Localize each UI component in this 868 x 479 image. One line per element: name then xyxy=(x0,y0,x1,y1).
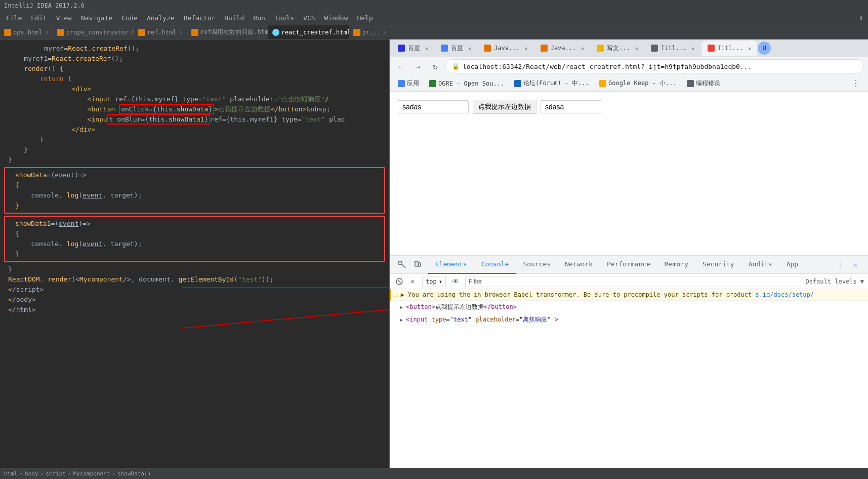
bookmark-forum[interactable]: 论坛(Forum) - 中... xyxy=(510,78,593,89)
devtools-inspect-icon[interactable] xyxy=(396,258,409,271)
menu-run[interactable]: Run xyxy=(249,13,269,23)
close-tab-ref[interactable]: ✕ xyxy=(180,29,183,35)
browser-toolbar: ← → ↻ 🔒 localhost:63342/React/web/react_… xyxy=(390,57,868,76)
devtools-close-icon[interactable]: ✕ xyxy=(849,258,862,271)
tab-props[interactable]: props_construstor.html ✕ xyxy=(53,25,134,39)
devtools-tab-audits[interactable]: Audits xyxy=(741,256,779,274)
devtools-tab-console[interactable]: Console xyxy=(474,256,516,274)
code-line-12: } xyxy=(0,155,389,165)
bookmarks-more[interactable]: ⋮ xyxy=(848,78,864,88)
close-browser-tab-title1[interactable]: ✕ xyxy=(692,46,695,51)
tab-ops[interactable]: ops.html ✕ xyxy=(0,25,53,39)
browser-tab-title2[interactable]: Titl... ✕ xyxy=(701,41,758,56)
devtools-tab-elements[interactable]: Elements xyxy=(428,256,474,274)
context-selector[interactable]: top ▾ xyxy=(422,276,446,287)
menu-tools[interactable]: Tools xyxy=(270,13,298,23)
favicon-baidu2 xyxy=(441,45,448,52)
status-bar: html › body › script › Mycomponent › sho… xyxy=(0,468,868,479)
menu-build[interactable]: Build xyxy=(220,13,248,23)
bookmark-favicon-keep xyxy=(599,80,606,87)
menu-bar: File Edit View Navigate Code Analyze Ref… xyxy=(0,11,868,25)
browser-tab-java2[interactable]: Java... ✕ xyxy=(534,41,591,56)
close-browser-tab-java1[interactable]: ✕ xyxy=(525,46,528,51)
favicon-java1 xyxy=(484,45,491,52)
devtools-tab-network[interactable]: Network xyxy=(558,256,600,274)
back-button[interactable]: ← xyxy=(394,59,408,73)
warning-link[interactable]: s.io/docs/setup/ xyxy=(755,291,814,298)
bookmark-apps[interactable]: 应用 xyxy=(394,78,423,89)
devtools-tab-sources[interactable]: Sources xyxy=(516,256,558,274)
close-tab-pr[interactable]: ✕ xyxy=(384,29,387,35)
close-browser-tab-baidu1[interactable]: ✕ xyxy=(425,46,428,51)
favicon-baidu1 xyxy=(398,45,405,52)
showdata-line-2: { xyxy=(7,180,382,190)
browser-tab-title1[interactable]: Titl... ✕ xyxy=(645,41,701,56)
devtools-tab-app[interactable]: App xyxy=(779,256,805,274)
default-levels-selector[interactable]: Default levels ▼ xyxy=(805,278,864,285)
code-end-3: </script> xyxy=(0,285,389,295)
eye-icon[interactable]: 👁 xyxy=(450,276,461,287)
code-line-9: </div> xyxy=(0,125,389,135)
close-browser-tab-write[interactable]: ✕ xyxy=(635,46,638,51)
filter-input[interactable] xyxy=(465,276,801,287)
profile-avatar[interactable]: U xyxy=(758,42,771,55)
tab-pr[interactable]: pr... ✕ xyxy=(349,25,391,39)
console-dom-input[interactable]: ▶ <input type="text" placeholder="离焦响应" … xyxy=(390,313,868,326)
close-tab-ops[interactable]: ✕ xyxy=(46,29,49,35)
devtools-tab-security[interactable]: Security xyxy=(695,256,741,274)
code-end-4: </body> xyxy=(0,295,389,305)
code-editor: myref=React.createRef(); myref1=React.cr… xyxy=(0,39,390,468)
menu-edit[interactable]: Edit xyxy=(27,13,51,23)
showdata1-line-4: } xyxy=(7,249,382,259)
menu-file[interactable]: File xyxy=(2,13,26,23)
address-bar[interactable]: 🔒 localhost:63342/React/web/react_creatr… xyxy=(445,59,864,73)
console-entry-warning: ⚠ ▶ You are using the in-browser Babel t… xyxy=(390,289,868,301)
menu-help[interactable]: Help xyxy=(353,13,377,23)
tab-ref[interactable]: ref.html ✕ xyxy=(134,25,187,39)
forward-button[interactable]: → xyxy=(411,59,425,73)
status-breadcrumb: html › body › script › Mycomponent › sho… xyxy=(4,470,151,477)
bookmark-code[interactable]: 编程错误 xyxy=(683,78,724,89)
menu-navigate[interactable]: Navigate xyxy=(77,13,117,23)
tab-icon-ref-issue xyxy=(191,29,198,36)
menu-analyze[interactable]: Analyze xyxy=(143,13,179,23)
maximize-icon[interactable]: ⬇ xyxy=(858,13,864,23)
svg-rect-4 xyxy=(399,261,402,264)
code-line-3: render() { xyxy=(0,64,389,74)
menu-window[interactable]: Window xyxy=(320,13,352,23)
menu-code[interactable]: Code xyxy=(118,13,142,23)
devtools-device-icon[interactable] xyxy=(411,258,424,271)
filter-icon[interactable]: ⊘ xyxy=(407,276,418,287)
tab-ref-issue[interactable]: ref调用次数的问题.html ✕ xyxy=(187,25,268,39)
app-title: IntelliJ IDEA 2017.2.6 xyxy=(4,2,85,9)
devtools-tab-memory[interactable]: Memory xyxy=(657,256,695,274)
bookmarks-bar: 应用 OGRE - Open Sou... 论坛(Forum) - 中... G… xyxy=(390,76,868,91)
devtools-more-icon[interactable]: ⋮ xyxy=(834,258,847,271)
warning-icon: ⚠ xyxy=(395,292,399,298)
menu-refactor[interactable]: Refactor xyxy=(180,13,220,23)
browser-tab-java1[interactable]: Java... ✕ xyxy=(478,41,534,56)
bookmark-keep[interactable]: Google Keep - 小... xyxy=(595,78,681,89)
menu-view[interactable]: View xyxy=(52,13,76,23)
tab-icon-react-creatref xyxy=(272,29,279,36)
showdata-line-3: console. log(event. target); xyxy=(7,190,382,201)
demo-button[interactable]: 点我提示左边数据 xyxy=(473,100,536,114)
devtools-tab-performance[interactable]: Performance xyxy=(600,256,657,274)
demo-input-1[interactable] xyxy=(398,100,469,113)
close-browser-tab-baidu2[interactable]: ✕ xyxy=(468,46,471,51)
close-browser-tab-title2[interactable]: ✕ xyxy=(748,46,751,51)
menu-vcs[interactable]: VCS xyxy=(299,13,319,23)
browser-tab-baidu1[interactable]: 百度 ✕ xyxy=(392,41,434,56)
bookmark-ogre[interactable]: OGRE - Open Sou... xyxy=(425,79,508,88)
console-dom-button[interactable]: ▶ <button>点我提示左边数据</button> xyxy=(390,301,868,313)
refresh-button[interactable]: ↻ xyxy=(428,59,442,73)
showdata1-line-3: console. log(event. target); xyxy=(7,239,382,249)
clear-console-icon[interactable] xyxy=(394,276,405,287)
warning-triangle: ▶ xyxy=(401,291,404,298)
demo-input-2[interactable] xyxy=(541,100,601,113)
browser-tab-baidu2[interactable]: 百度 ✕ xyxy=(435,41,477,56)
browser-tab-write[interactable]: 写文... ✕ xyxy=(591,41,644,56)
tab-react-creatref[interactable]: react_creatref.html ✕ xyxy=(268,25,349,39)
close-browser-tab-java2[interactable]: ✕ xyxy=(581,46,584,51)
showdata-line-4: } xyxy=(7,201,382,211)
